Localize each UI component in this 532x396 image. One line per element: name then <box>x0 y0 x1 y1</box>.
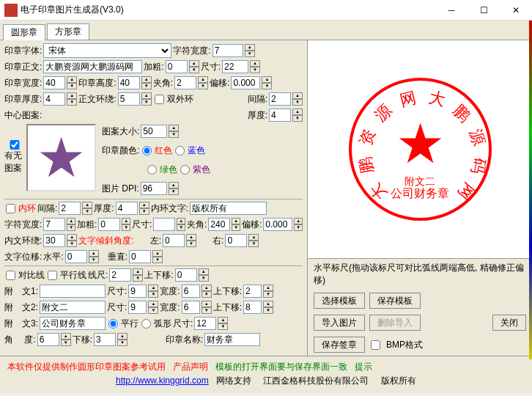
label-sealheight: 印章高度: <box>78 77 116 89</box>
bold-spin[interactable]: ▲▼ <box>189 60 199 73</box>
app-icon <box>4 4 18 17</box>
sealheight-input[interactable] <box>118 76 140 89</box>
color-blue-radio[interactable] <box>175 146 185 155</box>
footer-tpl-hint: 模板的打开界面要与保存界面一致 <box>215 362 347 372</box>
close-button[interactable]: ✕ <box>500 0 532 21</box>
patternsize-input[interactable] <box>141 125 167 138</box>
sealname-input[interactable] <box>204 333 260 346</box>
maintext-input[interactable] <box>43 60 142 73</box>
tab-round[interactable]: 圆形章 <box>3 24 45 40</box>
charwidth-spin[interactable]: ▲▼ <box>245 44 255 57</box>
thick2-input[interactable] <box>269 109 291 122</box>
delete-import-button[interactable]: 删除导入 <box>369 315 421 331</box>
label-doublering: 双外环 <box>167 93 193 106</box>
label-centerpattern: 中心图案: <box>4 109 42 122</box>
attach2-input[interactable] <box>40 301 106 314</box>
size-input[interactable] <box>222 60 248 73</box>
flat-radio[interactable] <box>108 319 118 329</box>
save-signature-button[interactable]: 保存签章 <box>314 337 365 353</box>
innertext-input[interactable] <box>190 202 267 215</box>
seal-star-icon: ★ <box>396 111 445 176</box>
charwidth-input[interactable] <box>213 44 243 57</box>
haspattern-check[interactable] <box>6 140 23 150</box>
pattern-preview[interactable]: ★ <box>26 124 96 191</box>
window-title: 电子印章图片生成器(V3.0) <box>21 4 435 16</box>
innerring-check[interactable] <box>6 204 15 213</box>
label-patternsize: 图案大小: <box>102 125 139 138</box>
scrollbar[interactable] <box>529 21 532 359</box>
footer-product-note[interactable]: 产品声明 <box>173 362 208 372</box>
label-sealcolor: 印章颜色: <box>102 144 139 157</box>
maximize-button[interactable]: ☐ <box>468 0 500 21</box>
star-icon: ★ <box>37 131 86 186</box>
diagline-check[interactable] <box>6 271 15 280</box>
dpi-input[interactable] <box>141 182 167 195</box>
ruler-hint: 水平标尺(拖动该标尺可对比弧线两端高低, 精确修正偏移) <box>308 258 532 290</box>
close-button-2[interactable]: 关闭 <box>492 315 526 331</box>
footer-disclaimer: 本软件仅提供制作圆形印章图案参考试用 <box>7 362 166 372</box>
color-green-radio[interactable] <box>147 165 157 175</box>
textring-input[interactable] <box>118 92 140 106</box>
innergap-input[interactable] <box>59 202 81 215</box>
doublering-check[interactable] <box>155 95 164 104</box>
select-template-button[interactable]: 选择模板 <box>314 293 365 309</box>
innerthick-input[interactable] <box>116 202 138 215</box>
paraline-check[interactable] <box>48 271 57 280</box>
tab-square[interactable]: 方形章 <box>47 23 89 40</box>
label-haspattern: 有无图案 <box>4 150 25 175</box>
label-angle: 夹角: <box>153 77 173 89</box>
label-thickness: 印章厚度: <box>4 93 42 106</box>
footer-url[interactable]: http://www.kinggrid.com <box>116 375 209 386</box>
minimize-button[interactable]: ─ <box>435 0 468 21</box>
angle-input[interactable] <box>174 76 196 89</box>
seal-preview: 大鹏资源网大鹏源码网 ★ 附文二 公司财务章 <box>308 40 532 258</box>
label-charwidth: 字符宽度: <box>173 45 210 57</box>
thickness-input[interactable] <box>43 92 65 106</box>
gap-input[interactable] <box>269 92 291 106</box>
color-red-radio[interactable] <box>142 146 152 155</box>
attach3-input[interactable] <box>40 317 106 330</box>
bold-input[interactable] <box>166 60 188 73</box>
label-dpi: 图片 DPI: <box>102 183 139 195</box>
label-thick2: 厚度: <box>248 109 267 122</box>
font-select[interactable]: 宋体 <box>43 43 171 58</box>
label-textring: 正文环绕: <box>78 93 116 106</box>
label-gap: 间隔: <box>248 93 267 106</box>
save-template-button[interactable]: 保存模板 <box>369 293 421 309</box>
label-size: 尺寸: <box>201 61 221 73</box>
label-maintext: 印章正文: <box>4 61 42 73</box>
label-innerring: 内环 <box>18 202 36 215</box>
color-purple-radio[interactable] <box>180 165 190 175</box>
label-bold: 加粗: <box>144 61 163 73</box>
bmp-check[interactable] <box>371 340 380 350</box>
label-offset: 偏移: <box>210 77 229 89</box>
import-image-button[interactable]: 导入图片 <box>314 315 365 331</box>
seal-line2: 公司财务章 <box>391 186 449 202</box>
size-spin[interactable]: ▲▼ <box>250 60 260 73</box>
footer-hint[interactable]: 提示 <box>355 362 372 372</box>
label-font: 印章字体: <box>4 45 42 57</box>
label-sealwidth: 印章宽度: <box>4 77 42 89</box>
arc-radio[interactable] <box>141 319 151 329</box>
sealwidth-input[interactable] <box>43 76 65 89</box>
offset-input[interactable] <box>231 76 260 89</box>
attach1-input[interactable] <box>40 285 106 298</box>
